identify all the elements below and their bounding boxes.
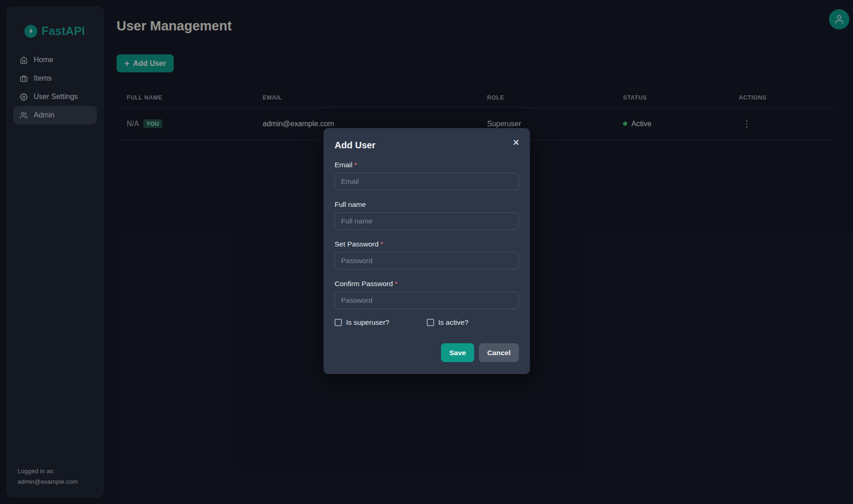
full-name-input[interactable] <box>335 212 519 230</box>
cancel-button[interactable]: Cancel <box>479 343 519 362</box>
checkbox-icon <box>335 319 342 326</box>
required-asterisk: * <box>395 280 398 287</box>
modal-title: Add User <box>335 140 519 151</box>
confirm-password-label: Confirm Password* <box>335 280 519 288</box>
set-password-label: Set Password* <box>335 240 519 248</box>
is-superuser-checkbox[interactable]: Is superuser? <box>335 318 427 327</box>
full-name-label: Full name <box>335 200 519 209</box>
set-password-input[interactable] <box>335 252 519 270</box>
set-password-field-group: Set Password* <box>335 240 519 270</box>
required-asterisk: * <box>381 240 383 248</box>
close-icon[interactable]: ✕ <box>510 135 523 150</box>
email-label: Email* <box>335 161 519 169</box>
full-name-field-group: Full name <box>335 200 519 230</box>
checkbox-icon <box>427 319 434 326</box>
confirm-password-field-group: Confirm Password* <box>335 280 519 309</box>
email-field-group: Email* <box>335 161 519 190</box>
add-user-modal: Add User ✕ Email* Full name Set Password… <box>324 128 530 374</box>
email-input[interactable] <box>335 173 519 190</box>
save-button[interactable]: Save <box>441 343 474 362</box>
confirm-password-input[interactable] <box>335 292 519 309</box>
is-active-checkbox[interactable]: Is active? <box>427 318 468 327</box>
required-asterisk: * <box>354 161 357 169</box>
checkbox-row: Is superuser? Is active? <box>335 318 519 327</box>
is-active-label: Is active? <box>438 318 468 327</box>
is-superuser-label: Is superuser? <box>346 318 389 327</box>
modal-footer: Save Cancel <box>335 343 519 362</box>
